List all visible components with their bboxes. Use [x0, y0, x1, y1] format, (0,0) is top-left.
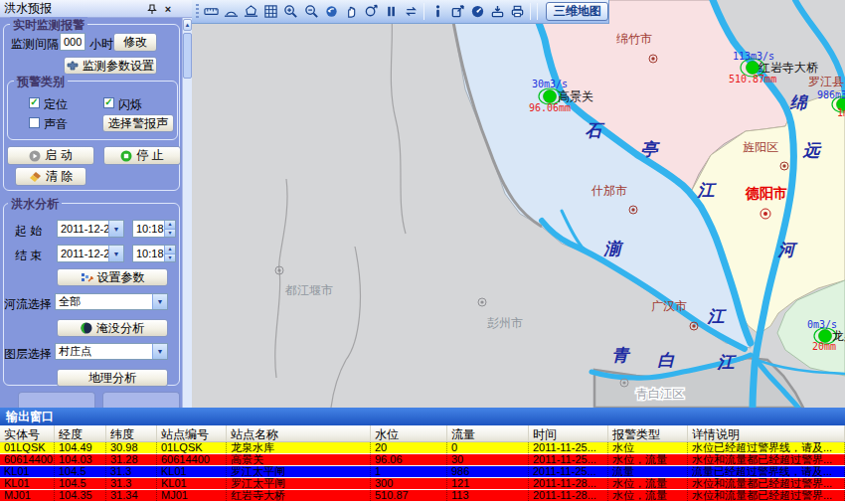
pan-icon[interactable] [342, 2, 360, 21]
river-label-char: 远 [802, 140, 823, 160]
scroll-up-icon[interactable]: ▲ [183, 19, 192, 31]
clear-button[interactable]: 清 除 [15, 167, 86, 186]
grid-icon[interactable] [262, 2, 280, 21]
end-time-spinner[interactable]: 10:18 ▴▾ [132, 245, 176, 262]
city-label-guanghan: 广汉市 [651, 299, 687, 313]
zoom-out-icon[interactable] [302, 2, 320, 21]
map-3d-button[interactable]: 三维地图 [546, 2, 608, 21]
refresh-icon[interactable] [402, 2, 420, 21]
cell: 01LQSK [0, 442, 55, 453]
table-row[interactable]: MJ01104.3531.34MJ01红岩寺大桥510.871132011-11… [0, 490, 845, 502]
column-header[interactable]: 经度 [55, 425, 106, 441]
sidebar-titlebar: 洪水预报 × [0, 0, 192, 18]
column-header[interactable]: 纬度 [106, 425, 157, 441]
chevron-down-icon: ▼ [108, 246, 123, 261]
cell: 104.03 [55, 454, 106, 465]
layer-select-label: 图层选择 [4, 346, 52, 363]
flood-forecast-app: 洪水预报 × 实时监测报警 监测间隔 小时 修改 监测参数设置 预警类别 ✓ 定… [0, 0, 845, 504]
table-row[interactable]: 60614400104.0331.2860614400高景关96.0630201… [0, 454, 845, 466]
cell: 104.5 [55, 466, 106, 477]
cell: MJ01 [157, 490, 227, 501]
print-preview-icon[interactable] [488, 2, 506, 21]
cell: 水位 [608, 442, 688, 453]
output-title: 输出窗口 [6, 409, 54, 425]
bottom-tab-right[interactable] [102, 392, 180, 408]
flood-analysis-button[interactable]: 淹没分析 [57, 319, 168, 337]
cell: 104.5 [55, 478, 106, 489]
sidebar-panel: 洪水预报 × 实时监测报警 监测间隔 小时 修改 监测参数设置 预警类别 ✓ 定… [0, 0, 192, 408]
column-header[interactable]: 详情说明 [688, 425, 845, 441]
cell: 2011-11-25... [529, 442, 608, 453]
river-select-combo[interactable]: 全部▼ [55, 293, 168, 310]
city-label-luojiang: 罗江县 [808, 75, 844, 88]
set-params-button[interactable]: 设置参数 [57, 268, 168, 286]
measure-area-icon[interactable] [243, 2, 260, 21]
monitor-group-caption: 实时监测报警 [10, 17, 87, 34]
pause-icon[interactable] [382, 2, 400, 21]
geo-analysis-button[interactable]: 地理分析 [57, 369, 168, 387]
toolbar-grip[interactable] [196, 4, 199, 20]
cell: 96.06 [371, 454, 447, 465]
cell: 龙泉水库 [227, 442, 371, 453]
layer-select-combo[interactable]: 村庄点▼ [55, 343, 168, 360]
table-row[interactable]: KL01104.531.3KL01罗江太平闸3001212011-11-28..… [0, 478, 845, 490]
close-icon[interactable]: × [161, 2, 175, 16]
column-header[interactable]: 报警类型 [608, 425, 688, 441]
end-date-combo[interactable]: 2011-12-26▼ [57, 245, 124, 262]
interval-input[interactable] [60, 33, 85, 51]
column-header[interactable]: 实体号 [0, 425, 55, 441]
previous-view-icon[interactable] [322, 2, 340, 21]
start-button[interactable]: 启 动 [7, 146, 94, 165]
column-header[interactable]: 时间 [529, 425, 608, 441]
speed-icon[interactable] [468, 2, 486, 21]
table-row-selected[interactable]: KL01104.531.3KL01罗江太平闸19862011-11-25...流… [0, 466, 845, 478]
end-time-label: 结 束 [15, 248, 42, 264]
bottom-tab-left[interactable] [18, 392, 95, 408]
scrollbar-thumb[interactable] [183, 33, 192, 79]
sound-checkbox[interactable] [29, 117, 40, 128]
column-header[interactable]: 流量 [447, 425, 529, 441]
globe-swirl-icon [81, 322, 92, 334]
interval-label: 监测间隔 [11, 36, 59, 53]
map-viewport[interactable]: 石 亭 江 绵 远 河 湔 江 青 白 江 绵竹市 什邡市 罗江县 旌阳区 [192, 0, 845, 408]
table-row[interactable]: 01LQSK104.4930.9801LQSK龙泉水库2002011-11-25… [0, 442, 845, 454]
city-label-mianzhu: 绵竹市 [616, 32, 652, 46]
pin-icon[interactable] [145, 2, 159, 16]
brush-icon [29, 171, 42, 183]
zoom-in-icon[interactable] [282, 2, 300, 21]
cell: 2011-11-25... [529, 454, 608, 465]
chevron-down-icon: ▼ [108, 221, 123, 237]
start-date-combo[interactable]: 2011-12-26▼ [57, 220, 124, 238]
measure-height-icon[interactable] [223, 2, 241, 21]
cell: KL01 [157, 466, 227, 477]
column-header[interactable]: 水位 [371, 425, 447, 441]
cell: 104.35 [55, 490, 106, 501]
zoom-selection-icon[interactable] [362, 2, 380, 21]
cell: 60614400 [0, 454, 55, 465]
map-canvas[interactable]: 石 亭 江 绵 远 河 湔 江 青 白 江 绵竹市 什邡市 罗江县 旌阳区 [192, 0, 845, 408]
chevron-down-icon: ▼ [152, 294, 167, 309]
cell: 水位，流量 [608, 490, 688, 501]
stop-button[interactable]: 停 止 [103, 146, 181, 165]
station-level-value: 1mm [837, 107, 845, 118]
river-label-char: 江 [717, 352, 738, 372]
column-header[interactable]: 站点名称 [227, 425, 371, 441]
spinner-arrows-icon[interactable]: ▴▾ [164, 221, 175, 237]
select-alarm-sound-button[interactable]: 选择警报声 [102, 114, 174, 132]
measure-distance-icon[interactable] [203, 2, 221, 21]
print-icon[interactable] [508, 2, 526, 21]
monitor-params-button[interactable]: 监测参数设置 [64, 57, 157, 75]
export-icon[interactable] [448, 2, 466, 21]
identify-icon[interactable] [428, 2, 446, 21]
locate-checkbox[interactable]: ✓ [29, 97, 40, 108]
start-time-spinner[interactable]: 10:18 ▴▾ [132, 220, 176, 238]
interval-unit-label: 小时 [89, 36, 113, 53]
map-toolbar: 三维地图 [192, 0, 609, 24]
cell: 31.28 [106, 454, 157, 465]
spinner-arrows-icon[interactable]: ▴▾ [164, 246, 175, 261]
column-header[interactable]: 站点编号 [157, 425, 227, 441]
modify-button[interactable]: 修改 [113, 33, 157, 52]
sidebar-scrollbar[interactable]: ▲ [182, 18, 192, 408]
cell: KL01 [0, 466, 55, 477]
flash-checkbox[interactable]: ✓ [103, 97, 114, 108]
